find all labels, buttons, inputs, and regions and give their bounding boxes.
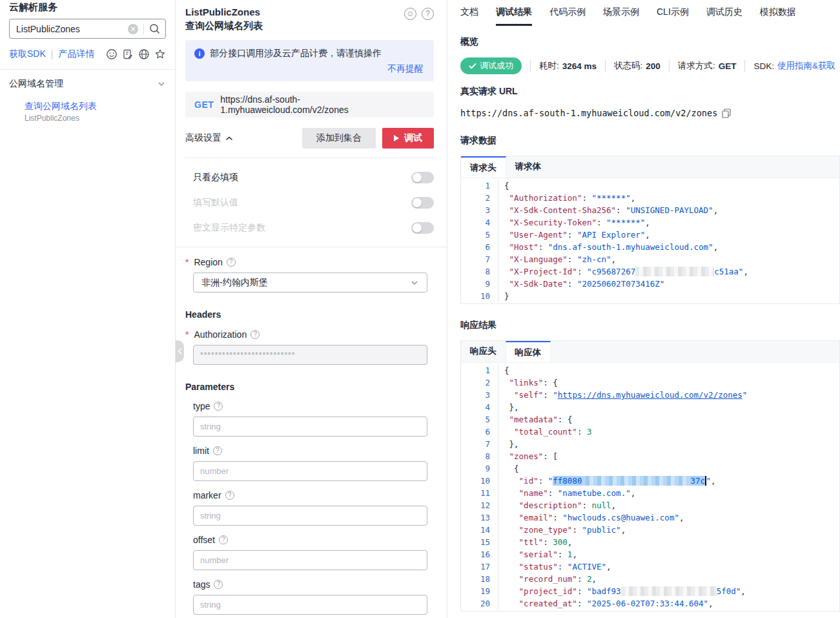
feedback-icon[interactable]: [122, 48, 134, 60]
line-number: 3: [461, 389, 498, 401]
chevron-down-icon: [410, 278, 419, 287]
line-number: 11: [461, 487, 498, 499]
param-field-offset[interactable]: [193, 550, 427, 570]
code-line: 4 "X-Security-Token": "******",: [461, 216, 839, 229]
param-help-icon[interactable]: ?: [214, 580, 223, 589]
api-search-box[interactable]: ✕: [9, 19, 166, 39]
param-help-icon[interactable]: ?: [214, 402, 223, 411]
redacted-text: [635, 267, 714, 276]
dismiss-banner-link[interactable]: 不再提醒: [194, 63, 424, 75]
tab-response-headers[interactable]: 响应头: [461, 341, 506, 362]
api-name: ListPublicZones: [185, 5, 263, 19]
sidebar-item-list-public-zones[interactable]: 查询公网域名列表 ListPublicZones: [9, 101, 166, 123]
copy-url-icon[interactable]: [722, 108, 731, 118]
region-help-icon[interactable]: ?: [227, 258, 236, 267]
debug-button[interactable]: 调试: [382, 128, 434, 149]
code-line: 7 "X-Language": "zh-cn",: [461, 253, 839, 265]
info-icon: i: [194, 48, 205, 59]
tab-debug-result[interactable]: 调试结果: [496, 6, 532, 26]
help-icon[interactable]: ?: [422, 8, 434, 20]
param-field-type[interactable]: [193, 417, 427, 437]
param-help-icon[interactable]: ?: [225, 491, 234, 500]
favorite-star-icon[interactable]: [154, 48, 166, 60]
collapse-panel-handle[interactable]: [176, 340, 184, 362]
tab-response-body[interactable]: 响应体: [506, 341, 551, 362]
code-line: 1{: [461, 364, 839, 376]
smiley-icon[interactable]: [106, 48, 118, 60]
param-label-tags: tags ?: [193, 579, 434, 590]
default-values-switch[interactable]: [411, 197, 434, 209]
code-line: 10 "id": "ff808037c",: [461, 475, 839, 487]
real-url-heading: 真实请求 URL: [460, 86, 840, 98]
sidebar-divider: [0, 69, 175, 70]
tab-code-samples[interactable]: 代码示例: [549, 6, 586, 26]
request-data-heading: 请求数据: [460, 135, 840, 147]
param-field-tags[interactable]: [193, 595, 427, 615]
toggle-label: 填写默认值: [193, 197, 238, 209]
line-number: 4: [461, 216, 498, 229]
tab-request-body[interactable]: 请求体: [506, 156, 551, 178]
authorization-field[interactable]: [193, 345, 427, 365]
nav-group-public-zone[interactable]: 公网域名管理: [9, 78, 166, 90]
search-input[interactable]: [16, 24, 128, 34]
search-icon[interactable]: [149, 23, 160, 34]
stat-method: 请求方式:GET: [678, 60, 737, 72]
param-field-limit[interactable]: [193, 461, 427, 481]
code-line: 2 "Authorization": "******",: [461, 192, 839, 204]
required-only-switch[interactable]: [411, 172, 434, 183]
code-line: 4 },: [461, 401, 839, 413]
code-line: 8 "zones": [: [461, 450, 839, 462]
sdk-guide-link[interactable]: 使用指南&获取: [777, 60, 835, 72]
code-line: 5 "metadata": {: [461, 413, 839, 426]
code-line: 12 "description": null,: [461, 499, 839, 511]
tab-scenario-samples[interactable]: 场景示例: [603, 6, 639, 26]
section-divider: [176, 247, 447, 247]
param-field-marker[interactable]: [193, 506, 427, 526]
response-result-heading: 响应结果: [460, 320, 840, 331]
chevron-down-icon: [157, 79, 166, 88]
region-select[interactable]: 非洲-约翰内斯堡: [193, 273, 427, 293]
line-number: 9: [461, 278, 498, 290]
code-line: 5 "User-Agent": "API Explorer",: [461, 229, 839, 241]
add-to-collection-button[interactable]: 添加到集合: [302, 128, 376, 149]
dotted-divider: [185, 158, 434, 158]
endpoint-url: https://dns.af-south-1.myhuaweicloud.com…: [220, 94, 425, 115]
advanced-settings-toggle[interactable]: 高级设置: [185, 132, 233, 144]
param-help-icon[interactable]: ?: [213, 446, 222, 455]
cipher-params-switch[interactable]: [411, 222, 434, 234]
code-line: 6 "Host": "dns.af-south-1.myhuaweicloud.…: [461, 241, 839, 253]
line-number: 10: [461, 475, 498, 487]
line-number: 5: [461, 229, 498, 241]
code-line: 1{: [461, 180, 839, 192]
sidebar: 云解析服务 ✕ 获取SDK | 产品详情: [0, 0, 176, 618]
toggle-label: 密文显示特定参数: [193, 222, 265, 234]
advanced-settings-label: 高级设置: [185, 132, 221, 144]
code-line: 10}: [461, 290, 839, 302]
result-tab-bar: 文档 调试结果 代码示例 场景示例 CLI示例 调试历史 模拟数据: [460, 6, 840, 26]
globe-icon[interactable]: [138, 48, 150, 60]
region-value: 非洲-约翰内斯堡: [201, 277, 268, 289]
tab-mock-data[interactable]: 模拟数据: [760, 6, 796, 26]
line-number: 1: [461, 180, 498, 192]
param-help-icon[interactable]: ?: [219, 535, 228, 544]
stat-duration: 耗时:3264 ms: [539, 60, 597, 72]
param-name: type: [193, 401, 210, 411]
tab-docs[interactable]: 文档: [460, 6, 478, 26]
param-label-marker: marker ?: [193, 490, 434, 500]
line-number: 13: [461, 511, 498, 524]
feedback-smiley-icon[interactable]: ☺: [404, 8, 416, 20]
get-sdk-link[interactable]: 获取SDK: [9, 48, 46, 60]
authorization-help-icon[interactable]: ?: [251, 330, 260, 339]
stat-divider: [669, 60, 670, 72]
sidebar-icon-group: [106, 48, 166, 60]
tab-request-headers[interactable]: 请求头: [461, 156, 506, 178]
line-number: 12: [461, 499, 498, 511]
api-description: 查询公网域名列表: [185, 19, 263, 32]
response-body-code: 1{2 "links": {3 "self": "https://dns.myh…: [461, 363, 839, 611]
clear-search-icon[interactable]: ✕: [128, 24, 138, 34]
tab-cli-samples[interactable]: CLI示例: [657, 6, 689, 26]
product-detail-link[interactable]: 产品详情: [58, 48, 94, 60]
tab-debug-history[interactable]: 调试历史: [706, 6, 743, 26]
required-asterisk: *: [185, 329, 189, 340]
chevron-up-icon: [225, 136, 233, 141]
